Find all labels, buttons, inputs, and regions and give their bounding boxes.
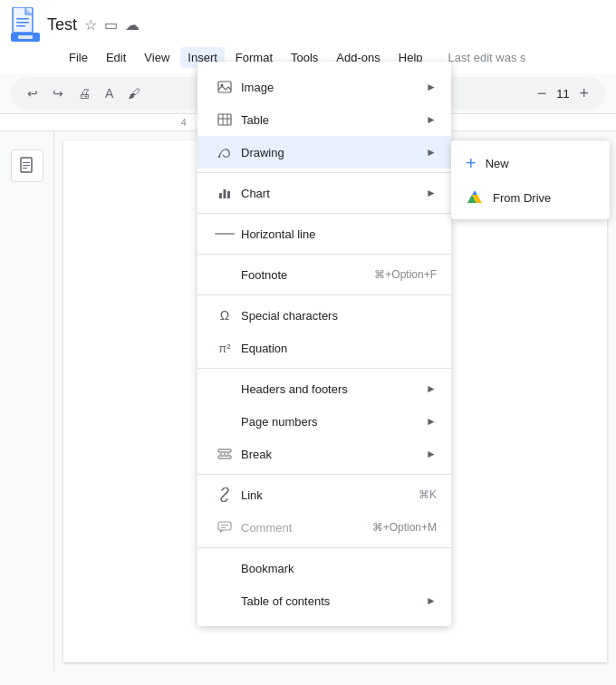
equation-label: Equation [241,342,437,355]
folder-icon[interactable]: ▭ [104,16,118,34]
drawing-arrow: ► [426,146,437,159]
font-size-increase-btn[interactable]: + [573,81,594,107]
menu-item-page-numbers[interactable]: Page numbers ► [197,405,451,438]
chart-icon [212,186,237,200]
cloud-icon[interactable]: ☁ [125,16,140,34]
link-icon [212,487,237,502]
svg-point-18 [218,156,220,158]
footnote-label: Footnote [241,268,367,282]
svg-rect-22 [218,449,231,452]
sidebar-doc-icon[interactable] [11,150,43,182]
bookmark-label: Bookmark [241,562,437,575]
menu-item-drawing[interactable]: Drawing ► [197,136,451,169]
menu-item-image[interactable]: Image ► [197,71,451,103]
menu-section-chart: Chart ► [197,173,451,214]
svg-rect-11 [23,168,27,169]
menu-item-table[interactable]: Table ► [197,103,451,136]
chart-arrow: ► [426,187,437,199]
redo-btn[interactable]: ↪ [47,82,69,104]
svg-rect-10 [23,165,30,166]
title-row: Test ☆ ▭ ☁ [11,7,605,42]
svg-rect-7 [18,35,33,39]
page-numbers-arrow: ► [426,415,437,428]
image-label: Image [241,81,422,94]
image-arrow: ► [426,81,437,93]
headers-footers-arrow: ► [426,382,437,395]
drawing-submenu-new[interactable]: + New [451,146,610,181]
table-icon [212,112,237,127]
menu-item-horizontal-line[interactable]: Horizontal line [197,217,451,250]
horizontal-line-icon [212,233,237,235]
undo-btn[interactable]: ↩ [22,82,43,104]
break-label: Break [241,448,422,461]
spellcheck-btn[interactable]: A [100,82,119,104]
drawing-icon [212,145,237,159]
menu-item-file[interactable]: File [62,47,95,68]
menu-section-navigation: Headers and footers ► Page numbers ► Bre… [197,369,451,475]
table-arrow: ► [426,113,437,126]
new-drawing-label: New [486,157,509,170]
svg-rect-26 [218,522,231,530]
menu-item-special-chars[interactable]: Ω Special characters [197,299,451,332]
toc-arrow: ► [426,594,437,607]
paint-btn[interactable]: 🖌 [122,82,146,104]
title-icons: ☆ ▭ ☁ [84,16,140,34]
drawing-submenu: + New From Drive [451,140,610,219]
menu-item-edit[interactable]: Edit [99,47,133,68]
page-numbers-label: Page numbers [241,415,422,429]
image-icon [212,80,237,94]
new-drawing-icon: + [466,153,476,174]
menu-item-chart[interactable]: Chart ► [197,177,451,209]
drive-icon [466,188,484,207]
menu-item-break[interactable]: Break ► [197,438,451,470]
star-icon[interactable]: ☆ [84,16,97,34]
break-icon [212,447,237,461]
svg-rect-4 [16,22,29,24]
svg-rect-20 [224,189,226,198]
comment-label: Comment [241,521,365,535]
svg-rect-21 [227,191,230,198]
menu-item-equation[interactable]: π² Equation [197,332,451,364]
svg-rect-23 [218,456,231,458]
svg-rect-9 [23,162,30,163]
svg-rect-5 [16,25,25,27]
menu-section-hline: Horizontal line [197,214,451,255]
print-btn[interactable]: 🖨 [72,82,96,104]
menu-item-view[interactable]: View [137,47,177,68]
menu-item-footnote[interactable]: Footnote ⌘+Option+F [197,258,451,291]
break-arrow: ► [426,448,437,460]
insert-dropdown-menu: Image ► Table ► Drawing ► Chart ► [197,62,451,626]
menu-item-bookmark[interactable]: Bookmark [197,552,451,584]
special-chars-label: Special characters [241,309,437,323]
menu-item-comment[interactable]: Comment ⌘+Option+M [197,511,451,544]
menu-section-special: Ω Special characters π² Equation [197,295,451,369]
table-label: Table [241,113,422,127]
font-size-value: 11 [553,87,572,101]
font-size-decrease-btn[interactable]: − [532,81,553,107]
svg-rect-1 [13,7,33,33]
menu-section-footnote: Footnote ⌘+Option+F [197,255,451,295]
from-drive-label: From Drive [493,191,551,205]
link-shortcut: ⌘K [419,488,437,501]
special-chars-icon: Ω [212,308,237,323]
footnote-shortcut: ⌘+Option+F [374,268,437,281]
last-edit-text: Last edit was s [441,47,534,68]
link-label: Link [241,488,411,502]
menu-item-toc[interactable]: Table of contents ► [197,584,451,617]
drawing-label: Drawing [241,146,422,159]
equation-icon: π² [212,342,237,355]
menu-section-links: Link ⌘K Comment ⌘+Option+M [197,475,451,548]
doc-icon [11,7,40,42]
menu-item-headers-footers[interactable]: Headers and footers ► [197,372,451,405]
drawing-submenu-drive[interactable]: From Drive [451,181,610,214]
toc-label: Table of contents [241,594,422,608]
svg-rect-14 [218,114,231,125]
svg-rect-19 [219,193,222,198]
doc-title[interactable]: Test [47,15,77,34]
chart-label: Chart [241,187,422,200]
menu-item-link[interactable]: Link ⌘K [197,478,451,511]
menu-section-bookmark: Bookmark Table of contents ► [197,548,451,621]
horizontal-line-label: Horizontal line [241,227,437,241]
comment-icon [212,520,237,535]
comment-shortcut: ⌘+Option+M [372,521,437,534]
